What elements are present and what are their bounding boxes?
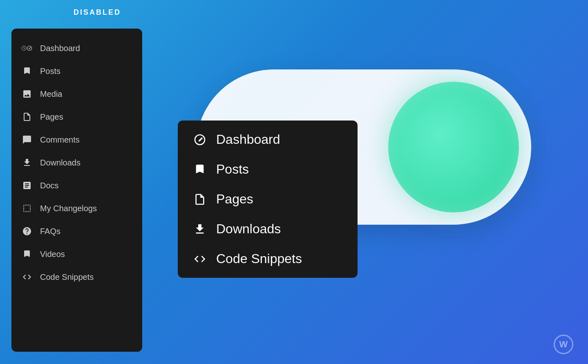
sidebar-item-videos[interactable]: Videos [11,243,142,266]
menu-label-dashboard: Dashboard [216,132,280,147]
posts-icon [21,65,33,77]
menu-label-downloads: Downloads [216,221,281,237]
menu-pages-icon [192,192,207,207]
menu-item-code-snippets[interactable]: Code Snippets [178,244,358,274]
sidebar-label-docs: Docs [40,181,59,190]
menu-item-pages[interactable]: Pages [178,184,358,214]
sidebar-left: Dashboard Posts Media Pages Comments Dow… [11,29,142,352]
sidebar-item-pages[interactable]: Pages [11,105,142,128]
sidebar-item-media[interactable]: Media [11,83,142,105]
sidebar-item-changelogs[interactable]: My Changelogs [11,197,142,220]
sidebar-label-media: Media [40,89,62,99]
media-icon [21,88,33,100]
sidebar-item-code-snippets[interactable]: Code Snippets [11,266,142,288]
svg-point-2 [25,92,26,93]
menu-right: Dashboard Posts Pages Downloads Code Sni… [178,121,358,278]
sidebar-label-dashboard: Dashboard [40,44,80,53]
menu-downloads-icon [192,222,207,237]
sidebar-label-downloads: Downloads [40,158,80,167]
sidebar-item-dashboard[interactable]: Dashboard [11,37,142,60]
menu-code-snippets-icon [192,252,207,266]
code-snippets-left-icon [21,271,33,283]
sidebar-item-faqs[interactable]: FAQs [11,220,142,243]
disabled-label: DISABLED [74,8,121,17]
menu-posts-icon [192,162,207,177]
menu-label-posts: Posts [216,162,249,177]
dashboard-icon [21,42,33,54]
menu-dashboard-icon [192,132,207,147]
watermark: W [554,335,573,354]
toggle-circle [388,82,519,212]
sidebar-label-code-snippets: Code Snippets [40,272,94,282]
sidebar-label-changelogs: My Changelogs [40,204,97,213]
videos-icon [21,248,33,260]
sidebar-item-docs[interactable]: Docs [11,174,142,197]
sidebar-label-pages: Pages [40,112,63,122]
sidebar-item-downloads[interactable]: Downloads [11,151,142,174]
sidebar-item-comments[interactable]: Comments [11,128,142,151]
docs-icon [21,180,33,191]
menu-label-code-snippets: Code Snippets [216,251,302,266]
menu-item-dashboard[interactable]: Dashboard [178,125,358,154]
downloads-icon [21,157,33,168]
sidebar-label-posts: Posts [40,67,60,76]
sidebar-label-comments: Comments [40,135,80,145]
comments-icon [21,134,33,145]
sidebar-item-posts[interactable]: Posts [11,60,142,83]
sidebar-label-faqs: FAQs [40,227,60,236]
faqs-icon [21,226,33,237]
menu-item-downloads[interactable]: Downloads [178,214,358,244]
sidebar-label-videos: Videos [40,250,65,259]
changelogs-icon [21,203,33,214]
pages-icon [21,111,33,123]
menu-item-posts[interactable]: Posts [178,154,358,184]
menu-label-pages: Pages [216,192,253,207]
